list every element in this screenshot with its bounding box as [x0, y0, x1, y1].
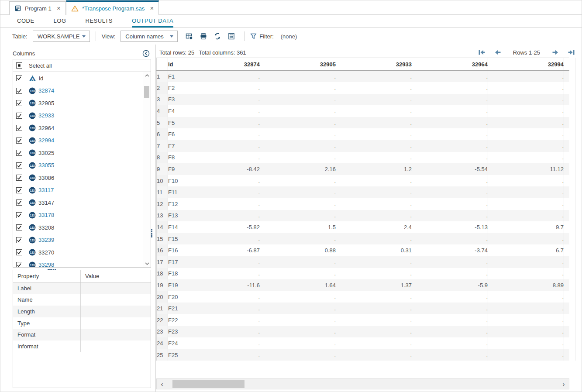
column-header[interactable]: 32874: [184, 58, 260, 71]
table-row[interactable]: 16F16-6.870.880.31-3.746.7: [157, 244, 570, 256]
column-header[interactable]: 32964: [412, 58, 488, 71]
table-row[interactable]: 20F20.....: [157, 291, 570, 303]
select-all-row[interactable]: Select all: [13, 59, 151, 72]
properties-icon[interactable]: [228, 33, 235, 40]
column-list-item[interactable]: 12332964: [13, 122, 143, 134]
column-checkbox[interactable]: [16, 187, 22, 193]
table-row[interactable]: 5F5.....: [157, 117, 570, 129]
view-select[interactable]: Column names: [121, 31, 178, 42]
column-checkbox[interactable]: [16, 237, 22, 243]
tab-transpose-program[interactable]: *Transpose Program.sas ✕: [66, 0, 159, 15]
column-checkbox[interactable]: [16, 162, 22, 168]
column-checkbox[interactable]: [16, 175, 22, 181]
column-list-item[interactable]: 12332905: [13, 97, 143, 110]
column-list-item[interactable]: 12332874: [13, 85, 143, 97]
column-list-item[interactable]: 12333117: [13, 184, 143, 197]
table-row[interactable]: 1F1.....: [157, 71, 570, 83]
column-checkbox[interactable]: [16, 113, 22, 119]
tab-results[interactable]: RESULTS: [86, 15, 113, 28]
column-list-item[interactable]: 12332933: [13, 110, 143, 122]
column-checkbox[interactable]: [16, 75, 22, 81]
column-list-item[interactable]: 12333086: [13, 172, 143, 184]
partial-cell: [564, 152, 570, 164]
collapse-panel-icon[interactable]: [142, 50, 150, 57]
column-list-item[interactable]: 12333239: [13, 234, 143, 247]
table-row[interactable]: 2F2.....: [157, 82, 570, 94]
column-checkbox[interactable]: [16, 138, 22, 144]
scroll-down-icon[interactable]: [143, 260, 151, 267]
column-list-item[interactable]: 12333055: [13, 159, 143, 172]
scroll-right-icon[interactable]: ›: [558, 379, 569, 389]
table-row[interactable]: 14F14-5.821.52.4-5.139.7: [157, 221, 570, 233]
column-header[interactable]: id: [168, 58, 184, 71]
column-header[interactable]: 32994: [488, 58, 564, 71]
printer-icon[interactable]: [200, 33, 207, 40]
table-row[interactable]: 12F12.....: [157, 198, 570, 210]
tab-code[interactable]: CODE: [17, 15, 34, 28]
column-header[interactable]: 32905: [260, 58, 336, 71]
table-row[interactable]: 11F11.....: [157, 186, 570, 198]
columns-list-scrollbar[interactable]: [143, 72, 151, 267]
table-row[interactable]: 6F6.....: [157, 128, 570, 140]
column-list-item[interactable]: 12333025: [13, 147, 143, 159]
column-checkbox[interactable]: [16, 100, 22, 106]
next-page-icon[interactable]: [552, 50, 558, 55]
column-checkbox[interactable]: [16, 88, 22, 94]
close-icon[interactable]: ✕: [57, 6, 61, 11]
column-checkbox[interactable]: [16, 262, 22, 267]
table-select[interactable]: WORK.SAMPLE: [33, 31, 90, 42]
column-checkbox[interactable]: [16, 125, 22, 131]
horizontal-scrollbar[interactable]: ‹ ›: [156, 378, 569, 389]
scroll-up-icon[interactable]: [143, 72, 151, 79]
column-list-item[interactable]: Aid: [13, 72, 143, 85]
chevron-down-icon: [170, 35, 173, 38]
value-cell: .: [412, 210, 488, 222]
column-header[interactable]: 32933: [336, 58, 412, 71]
row-number-cell: 16: [157, 244, 168, 256]
table-row[interactable]: 15F15.....: [157, 233, 570, 245]
column-list-item[interactable]: 12332994: [13, 134, 143, 147]
panel-resize-handle-vertical[interactable]: [151, 229, 152, 237]
previous-page-icon[interactable]: [495, 50, 501, 55]
column-checkbox[interactable]: [16, 224, 22, 230]
column-checkbox[interactable]: [16, 249, 22, 255]
table-row[interactable]: 25F25.....: [157, 349, 570, 361]
table-row[interactable]: 10F10.....: [157, 175, 570, 187]
table-row[interactable]: 4F4.....: [157, 105, 570, 117]
table-row[interactable]: 18F18.....: [157, 268, 570, 280]
tab-output-data[interactable]: OUTPUT DATA: [132, 15, 173, 28]
first-page-icon[interactable]: [479, 50, 485, 55]
table-row[interactable]: 22F22.....: [157, 314, 570, 326]
refresh-icon[interactable]: [214, 33, 221, 40]
table-row[interactable]: 8F8.....: [157, 152, 570, 164]
table-export-icon[interactable]: [186, 33, 193, 40]
table-row[interactable]: 7F7.....: [157, 140, 570, 152]
scroll-left-icon[interactable]: ‹: [157, 379, 167, 389]
column-list-item[interactable]: 12333298: [13, 259, 143, 268]
column-checkbox[interactable]: [16, 212, 22, 218]
column-list-item[interactable]: 12333208: [13, 221, 143, 234]
table-row[interactable]: 24F24.....: [157, 337, 570, 349]
column-checkbox[interactable]: [16, 199, 22, 206]
table-row[interactable]: 19F19-11.61.641.37-5.98.89: [157, 279, 570, 291]
last-page-icon[interactable]: [568, 50, 575, 55]
filter-icon[interactable]: [250, 33, 257, 40]
table-row[interactable]: 13F13.....: [157, 210, 570, 222]
scrollbar-thumb[interactable]: [172, 380, 245, 388]
table-row[interactable]: 17F17.....: [157, 256, 570, 268]
table-row[interactable]: 21F21.....: [157, 303, 570, 314]
table-row[interactable]: 3F3.....: [157, 94, 570, 106]
column-checkbox[interactable]: [16, 150, 22, 156]
column-list-item[interactable]: 12333178: [13, 209, 143, 222]
close-icon[interactable]: ✕: [150, 6, 154, 11]
table-row[interactable]: 9F9-8.422.161.2-5.5411.12: [157, 163, 570, 175]
vertical-scrollbar[interactable]: [569, 58, 575, 361]
scrollbar-thumb[interactable]: [144, 86, 149, 98]
tab-log[interactable]: LOG: [54, 15, 66, 28]
column-list-item[interactable]: 12333147: [13, 196, 143, 209]
select-all-checkbox[interactable]: [16, 62, 22, 69]
table-row[interactable]: 23F23.....: [157, 326, 570, 338]
column-list-item[interactable]: 12333270: [13, 246, 143, 259]
tab-program-1[interactable]: Program 1 ✕: [9, 1, 66, 15]
value-cell: 9.7: [488, 221, 564, 233]
